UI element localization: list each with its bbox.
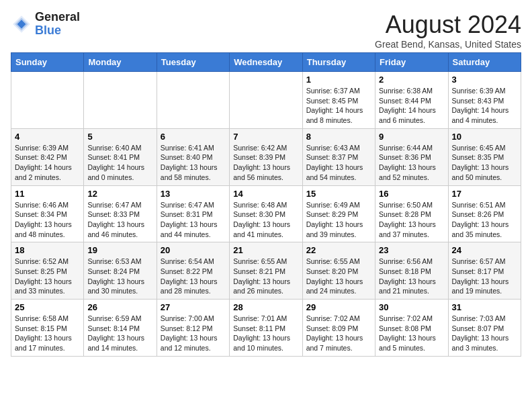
day-number: 31 — [452, 302, 517, 312]
day-info: Sunrise: 6:46 AM Sunset: 8:34 PM Dayligh… — [15, 200, 80, 240]
logo-icon — [11, 13, 32, 35]
day-info: Sunrise: 6:57 AM Sunset: 8:17 PM Dayligh… — [452, 257, 517, 296]
logo: General Blue — [11, 11, 80, 38]
day-number: 7 — [233, 132, 298, 142]
day-number: 9 — [379, 132, 444, 142]
day-info: Sunrise: 6:44 AM Sunset: 8:36 PM Dayligh… — [379, 143, 444, 183]
day-info: Sunrise: 7:02 AM Sunset: 8:08 PM Dayligh… — [379, 314, 444, 353]
calendar-cell: 1Sunrise: 6:37 AM Sunset: 8:45 PM Daylig… — [302, 72, 375, 129]
day-number: 2 — [379, 75, 444, 85]
day-info: Sunrise: 7:00 AM Sunset: 8:12 PM Dayligh… — [161, 314, 226, 353]
day-info: Sunrise: 6:42 AM Sunset: 8:39 PM Dayligh… — [233, 143, 298, 183]
calendar-week-row: 11Sunrise: 6:46 AM Sunset: 8:34 PM Dayli… — [11, 185, 521, 242]
day-info: Sunrise: 6:48 AM Sunset: 8:30 PM Dayligh… — [233, 200, 298, 240]
calendar-cell: 20Sunrise: 6:54 AM Sunset: 8:22 PM Dayli… — [157, 242, 229, 300]
day-number: 8 — [306, 132, 371, 142]
calendar-cell: 21Sunrise: 6:55 AM Sunset: 8:21 PM Dayli… — [230, 242, 302, 300]
day-number: 1 — [306, 75, 371, 85]
day-number: 25 — [15, 302, 80, 312]
day-info: Sunrise: 6:47 AM Sunset: 8:31 PM Dayligh… — [161, 200, 226, 240]
calendar-cell: 3Sunrise: 6:39 AM Sunset: 8:43 PM Daylig… — [448, 72, 521, 129]
calendar-cell: 15Sunrise: 6:49 AM Sunset: 8:29 PM Dayli… — [302, 185, 375, 242]
calendar-week-row: 18Sunrise: 6:52 AM Sunset: 8:25 PM Dayli… — [11, 242, 521, 300]
day-number: 23 — [379, 245, 444, 255]
day-number: 28 — [233, 302, 298, 312]
calendar-week-row: 25Sunrise: 6:58 AM Sunset: 8:15 PM Dayli… — [11, 300, 521, 357]
calendar-cell: 6Sunrise: 6:41 AM Sunset: 8:40 PM Daylig… — [157, 128, 229, 185]
calendar-cell: 18Sunrise: 6:52 AM Sunset: 8:25 PM Dayli… — [11, 242, 84, 300]
calendar-cell: 12Sunrise: 6:47 AM Sunset: 8:33 PM Dayli… — [84, 185, 157, 242]
day-info: Sunrise: 6:43 AM Sunset: 8:37 PM Dayligh… — [306, 143, 371, 183]
calendar-cell: 10Sunrise: 6:45 AM Sunset: 8:35 PM Dayli… — [448, 128, 521, 185]
day-info: Sunrise: 6:55 AM Sunset: 8:20 PM Dayligh… — [306, 257, 371, 296]
calendar-cell: 13Sunrise: 6:47 AM Sunset: 8:31 PM Dayli… — [157, 185, 229, 242]
day-number: 13 — [161, 189, 226, 199]
day-number: 11 — [15, 189, 80, 199]
day-of-week-header: Wednesday — [230, 53, 302, 72]
day-info: Sunrise: 6:50 AM Sunset: 8:28 PM Dayligh… — [379, 200, 444, 240]
calendar-cell: 29Sunrise: 7:02 AM Sunset: 8:09 PM Dayli… — [302, 300, 375, 357]
day-number: 21 — [233, 245, 298, 255]
calendar-cell: 24Sunrise: 6:57 AM Sunset: 8:17 PM Dayli… — [448, 242, 521, 300]
day-info: Sunrise: 7:01 AM Sunset: 8:11 PM Dayligh… — [233, 314, 298, 353]
day-info: Sunrise: 6:37 AM Sunset: 8:45 PM Dayligh… — [306, 86, 371, 126]
calendar-week-row: 4Sunrise: 6:39 AM Sunset: 8:42 PM Daylig… — [11, 128, 521, 185]
day-number: 22 — [306, 245, 371, 255]
calendar-cell: 4Sunrise: 6:39 AM Sunset: 8:42 PM Daylig… — [11, 128, 84, 185]
day-info: Sunrise: 6:39 AM Sunset: 8:43 PM Dayligh… — [452, 86, 517, 126]
day-info: Sunrise: 6:59 AM Sunset: 8:14 PM Dayligh… — [87, 314, 152, 353]
page-header: General Blue August 2024 Great Bend, Kan… — [11, 11, 521, 50]
day-info: Sunrise: 6:40 AM Sunset: 8:41 PM Dayligh… — [87, 143, 152, 183]
month-title: August 2024 — [375, 11, 521, 39]
day-info: Sunrise: 6:58 AM Sunset: 8:15 PM Dayligh… — [15, 314, 80, 353]
calendar-cell: 26Sunrise: 6:59 AM Sunset: 8:14 PM Dayli… — [84, 300, 157, 357]
day-number: 12 — [87, 189, 152, 199]
calendar-week-row: 1Sunrise: 6:37 AM Sunset: 8:45 PM Daylig… — [11, 72, 521, 129]
day-number: 15 — [306, 189, 371, 199]
day-number: 16 — [379, 189, 444, 199]
day-info: Sunrise: 6:53 AM Sunset: 8:24 PM Dayligh… — [87, 257, 152, 296]
day-number: 24 — [452, 245, 517, 255]
calendar-table: SundayMondayTuesdayWednesdayThursdayFrid… — [11, 52, 521, 357]
day-of-week-header: Saturday — [448, 53, 521, 72]
calendar-cell: 30Sunrise: 7:02 AM Sunset: 8:08 PM Dayli… — [375, 300, 448, 357]
day-number: 27 — [161, 302, 226, 312]
day-number: 6 — [161, 132, 226, 142]
day-info: Sunrise: 7:02 AM Sunset: 8:09 PM Dayligh… — [306, 314, 371, 353]
calendar-cell: 25Sunrise: 6:58 AM Sunset: 8:15 PM Dayli… — [11, 300, 84, 357]
calendar-cell: 22Sunrise: 6:55 AM Sunset: 8:20 PM Dayli… — [302, 242, 375, 300]
calendar-cell: 28Sunrise: 7:01 AM Sunset: 8:11 PM Dayli… — [230, 300, 302, 357]
calendar-cell: 27Sunrise: 7:00 AM Sunset: 8:12 PM Dayli… — [157, 300, 229, 357]
day-of-week-header: Thursday — [302, 53, 375, 72]
day-info: Sunrise: 7:03 AM Sunset: 8:07 PM Dayligh… — [452, 314, 517, 353]
calendar-cell: 19Sunrise: 6:53 AM Sunset: 8:24 PM Dayli… — [84, 242, 157, 300]
day-info: Sunrise: 6:52 AM Sunset: 8:25 PM Dayligh… — [15, 257, 80, 296]
day-number: 19 — [87, 245, 152, 255]
calendar-cell — [11, 72, 84, 129]
day-info: Sunrise: 6:41 AM Sunset: 8:40 PM Dayligh… — [161, 143, 226, 183]
day-number: 5 — [87, 132, 152, 142]
calendar-cell: 2Sunrise: 6:38 AM Sunset: 8:44 PM Daylig… — [375, 72, 448, 129]
calendar-cell: 11Sunrise: 6:46 AM Sunset: 8:34 PM Dayli… — [11, 185, 84, 242]
day-number: 17 — [452, 189, 517, 199]
day-info: Sunrise: 6:39 AM Sunset: 8:42 PM Dayligh… — [15, 143, 80, 183]
calendar-cell: 23Sunrise: 6:56 AM Sunset: 8:18 PM Dayli… — [375, 242, 448, 300]
day-number: 3 — [452, 75, 517, 85]
day-info: Sunrise: 6:47 AM Sunset: 8:33 PM Dayligh… — [87, 200, 152, 240]
calendar-cell: 14Sunrise: 6:48 AM Sunset: 8:30 PM Dayli… — [230, 185, 302, 242]
title-block: August 2024 Great Bend, Kansas, United S… — [375, 11, 521, 50]
calendar-cell — [84, 72, 157, 129]
day-info: Sunrise: 6:45 AM Sunset: 8:35 PM Dayligh… — [452, 143, 517, 183]
day-info: Sunrise: 6:55 AM Sunset: 8:21 PM Dayligh… — [233, 257, 298, 296]
day-info: Sunrise: 6:38 AM Sunset: 8:44 PM Dayligh… — [379, 86, 444, 126]
calendar-cell: 9Sunrise: 6:44 AM Sunset: 8:36 PM Daylig… — [375, 128, 448, 185]
day-number: 18 — [15, 245, 80, 255]
calendar-header-row: SundayMondayTuesdayWednesdayThursdayFrid… — [11, 53, 521, 72]
day-of-week-header: Sunday — [11, 53, 84, 72]
calendar-cell: 17Sunrise: 6:51 AM Sunset: 8:26 PM Dayli… — [448, 185, 521, 242]
day-number: 14 — [233, 189, 298, 199]
day-number: 10 — [452, 132, 517, 142]
calendar-cell — [230, 72, 302, 129]
day-number: 4 — [15, 132, 80, 142]
calendar-cell: 7Sunrise: 6:42 AM Sunset: 8:39 PM Daylig… — [230, 128, 302, 185]
